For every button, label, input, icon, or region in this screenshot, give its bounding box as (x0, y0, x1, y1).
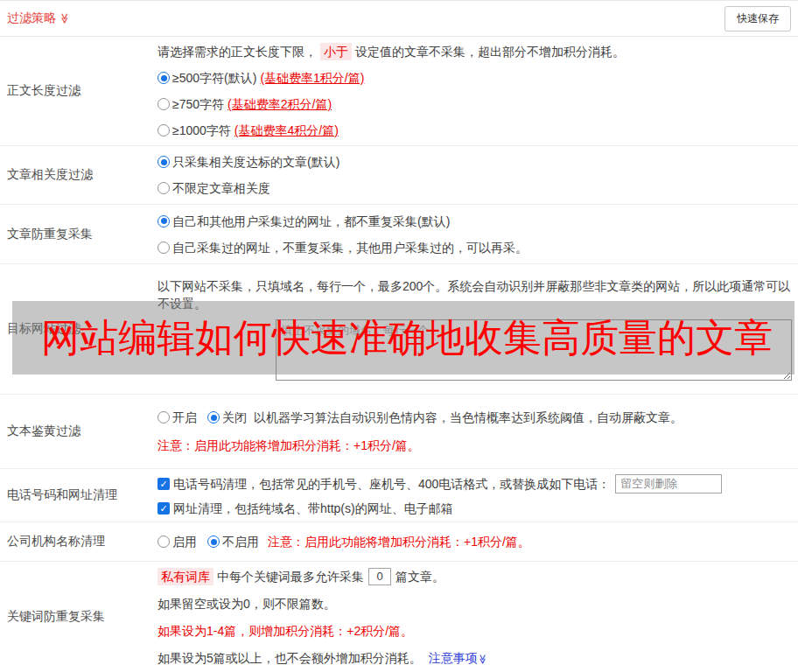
top-bar: 过滤策略 ≫ 快速保存 (0, 1, 798, 37)
row-relevance-filter: 文章相关度过滤 只采集相关度达标的文章(默认) 不限定文章相关度 (0, 146, 798, 205)
length-option-750: ≥750字符 (基础费率2积分/篇) (158, 95, 791, 113)
radio-company-on[interactable] (158, 536, 170, 548)
dedup-option-self-only: 自己采集过的网址，不重复采集，其他用户采集过的，可以再采。 (158, 239, 791, 256)
chevron-down-icon: ≫ (60, 13, 70, 24)
chevron-down-icon: ≫ (478, 654, 487, 664)
option-label: 不启用 (222, 533, 259, 550)
row-label: 文章相关度过滤 (0, 146, 158, 204)
length-option-500: ≥500字符(默认) (基础费率1积分/篇) (158, 69, 791, 87)
option-label: ≥750字符 (172, 95, 224, 113)
option-label: 只采集相关度达标的文章(默认) (172, 153, 340, 171)
option-label: 不限定文章相关度 (172, 179, 270, 197)
option-label: 开启 (172, 409, 197, 426)
option-label: 自己和其他用户采集过的网址，都不重复采集(默认) (172, 213, 450, 230)
notice-link[interactable]: 注意事项≫ (429, 649, 488, 667)
option-label: 关闭 (222, 409, 247, 426)
row-keyword-dedup: 关键词防重复采集 私有词库 中每个关键词最多允许采集 篇文章。 如果留空或设为0… (0, 562, 798, 672)
blocked-domains-textarea[interactable] (276, 319, 792, 381)
radio-length-750[interactable] (158, 98, 170, 110)
checkbox-label: 电话号码清理，包括常见的手机号、座机号、400电话格式，或替换成如下电话： (173, 475, 610, 493)
less-than-highlight: 小于 (320, 43, 352, 60)
row-label: 目标网站过滤 (0, 264, 158, 394)
porn-filter-desc: 以机器学习算法自动识别色情内容，当色情概率达到系统阈值，自动屏蔽文章。 (254, 409, 682, 426)
radio-dedup-self-only[interactable] (158, 242, 170, 254)
checkbox-label: 网址清理，包括纯域名、带http(s)的网址、电子邮箱 (173, 500, 453, 517)
option-label: 自己采集过的网址，不重复采集，其他用户采集过的，可以再采。 (172, 239, 528, 256)
row-body-length-filter: 正文长度过滤 请选择需求的正文长度下限，小于设定值的文章不采集，超出部分不增加积… (0, 37, 798, 146)
row-phone-url-clean: 电话号码和网址清理 电话号码清理，包括常见的手机号、座机号、400电话格式，或替… (0, 469, 798, 522)
filter-strategy-page: 过滤策略 ≫ 快速保存 正文长度过滤 请选择需求的正文长度下限，小于设定值的文章… (0, 0, 798, 672)
radio-dedup-all-users[interactable] (158, 215, 170, 228)
row-label: 关键词防重复采集 (0, 562, 158, 672)
radio-relevance-strict[interactable] (158, 156, 170, 168)
keyword-note-1-4: 如果设为1-4篇，则增加积分消耗：+2积分/篇。 (158, 622, 791, 640)
company-clean-options: 启用 不启用 注意：启用此功能将增加积分消耗：+1积分/篇。 (158, 533, 791, 550)
checkbox-url-clean[interactable] (158, 502, 170, 514)
row-label: 电话号码和网址清理 (0, 469, 158, 522)
row-label: 文章防重复采集 (0, 205, 158, 263)
row-company-clean: 公司机构名称清理 启用 不启用 注意：启用此功能将增加积分消耗：+1积分/篇。 (0, 522, 798, 562)
relevance-option-any: 不限定文章相关度 (158, 179, 791, 197)
porn-filter-note: 注意：启用此功能将增加积分消耗：+1积分/篇。 (158, 437, 791, 454)
keyword-limit-line: 私有词库 中每个关键词最多允许采集 篇文章。 (158, 568, 791, 585)
private-lexicon-highlight: 私有词库 (158, 568, 214, 585)
keyword-note-5plus: 如果设为5篇或以上，也不会额外增加积分消耗。 注意事项≫ (158, 649, 791, 667)
radio-length-1000[interactable] (158, 124, 170, 136)
phone-clean-line: 电话号码清理，包括常见的手机号、座机号、400电话格式，或替换成如下电话： (158, 474, 791, 494)
radio-length-500[interactable] (158, 72, 170, 84)
company-clean-note: 注意：启用此功能将增加积分消耗：+1积分/篇。 (268, 533, 530, 550)
option-fee: (基础费率2积分/篇) (228, 95, 332, 113)
radio-porn-on[interactable] (158, 411, 170, 424)
row-target-site-filter: 目标网站过滤 以下网站不采集，只填域名，每行一个，最多200个。系统会自动识别并… (0, 264, 798, 395)
relevance-option-strict: 只采集相关度达标的文章(默认) (158, 153, 791, 171)
porn-filter-options: 开启 关闭 以机器学习算法自动识别色情内容，当色情概率达到系统阈值，自动屏蔽文章… (158, 409, 791, 426)
page-title: 过滤策略 (7, 10, 56, 26)
quick-save-button[interactable]: 快速保存 (724, 6, 791, 32)
option-label: 启用 (172, 533, 197, 550)
checkbox-phone-clean[interactable] (158, 478, 170, 490)
replacement-phone-input[interactable] (615, 474, 722, 494)
row-label: 文本鉴黄过滤 (0, 395, 158, 468)
row-label: 正文长度过滤 (0, 37, 158, 145)
row-label: 公司机构名称清理 (0, 522, 158, 561)
radio-porn-off[interactable] (207, 411, 220, 424)
dedup-option-all-users: 自己和其他用户采集过的网址，都不重复采集(默认) (158, 213, 791, 230)
row-dedup-collect: 文章防重复采集 自己和其他用户采集过的网址，都不重复采集(默认) 自己采集过的网… (0, 205, 798, 264)
length-filter-intro: 请选择需求的正文长度下限，小于设定值的文章不采集，超出部分不增加积分消耗。 (158, 43, 791, 60)
radio-relevance-any[interactable] (158, 182, 170, 194)
option-label: ≥1000字符 (172, 122, 231, 139)
keyword-note-zero: 如果留空或设为0，则不限篇数。 (158, 595, 791, 612)
row-porn-filter: 文本鉴黄过滤 开启 关闭 以机器学习算法自动识别色情内容，当色情概率达到系统阈值… (0, 395, 798, 469)
page-title-toggle[interactable]: 过滤策略 ≫ (7, 10, 71, 26)
target-site-desc: 以下网站不采集，只填域名，每行一个，最多200个。系统会自动识别并屏蔽那些非文章… (158, 277, 792, 312)
url-clean-line: 网址清理，包括纯域名、带http(s)的网址、电子邮箱 (158, 500, 791, 517)
option-fee: (基础费率4积分/篇) (234, 122, 339, 139)
keyword-limit-input[interactable] (368, 568, 391, 585)
option-label: ≥500字符(默认) (172, 69, 256, 87)
radio-company-off[interactable] (207, 536, 220, 548)
option-fee: (基础费率1积分/篇) (260, 69, 364, 87)
length-option-1000: ≥1000字符 (基础费率4积分/篇) (158, 122, 791, 139)
